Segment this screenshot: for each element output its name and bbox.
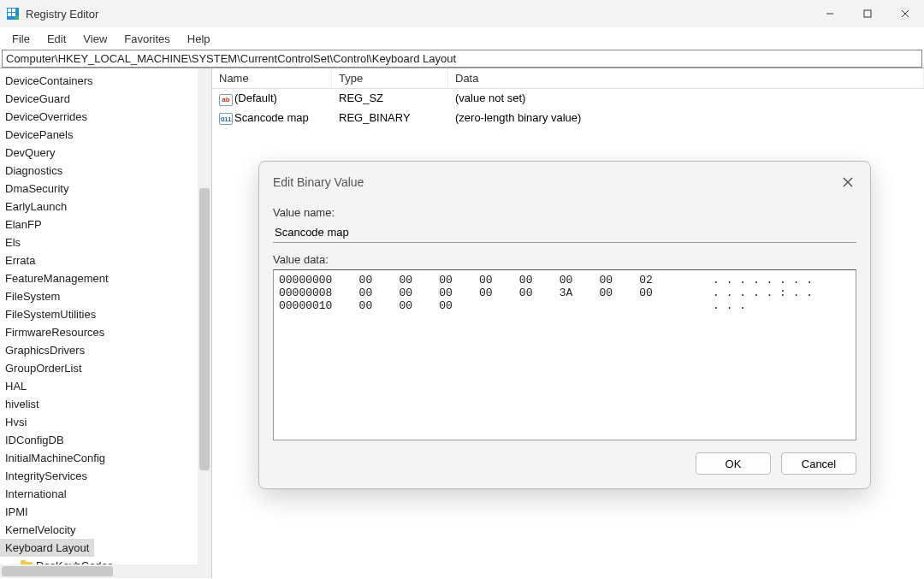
cancel-button[interactable]: Cancel <box>781 452 856 475</box>
tree-item[interactable]: Els <box>0 233 211 251</box>
column-header-type[interactable]: Type <box>332 68 448 88</box>
tree-item[interactable]: DeviceOverrides <box>0 108 211 126</box>
value-row[interactable]: 011Scancode mapREG_BINARY(zero-length bi… <box>212 109 924 128</box>
svg-rect-4 <box>12 13 15 16</box>
value-data: (zero-length binary value) <box>448 110 924 127</box>
menu-edit[interactable]: Edit <box>38 30 74 48</box>
tree-pane: DeviceContainersDeviceGuardDeviceOverrid… <box>0 68 212 578</box>
edit-binary-dialog: Edit Binary Value Value name: Value data… <box>258 161 871 489</box>
dialog-close-button[interactable] <box>839 174 856 191</box>
window-title: Registry Editor <box>26 8 98 21</box>
tree-item[interactable]: EarlyLaunch <box>0 198 211 216</box>
address-bar[interactable]: Computer\HKEY_LOCAL_MACHINE\SYSTEM\Curre… <box>2 50 922 68</box>
value-name: (Default) <box>234 92 277 104</box>
column-header-name[interactable]: Name <box>212 68 332 88</box>
tree-item[interactable]: DevQuery <box>0 144 211 162</box>
value-name-label: Value name: <box>273 206 856 219</box>
tree-item[interactable]: FileSystemUtilities <box>0 305 211 323</box>
tree-item[interactable]: International <box>0 485 211 503</box>
svg-rect-7 <box>864 10 871 17</box>
value-name-field[interactable] <box>273 222 856 243</box>
menu-help[interactable]: Help <box>179 30 219 48</box>
ok-button[interactable]: OK <box>696 452 771 475</box>
value-type: REG_BINARY <box>332 110 448 127</box>
binary-value-icon: 011 <box>219 113 233 125</box>
tree-item[interactable]: Keyboard Layout <box>0 539 94 557</box>
tree-item[interactable]: DmaSecurity <box>0 180 211 198</box>
tree-item[interactable]: Errata <box>0 251 211 269</box>
svg-rect-2 <box>12 9 15 12</box>
value-data: (value not set) <box>448 91 924 107</box>
tree-item[interactable]: InitialMachineConfig <box>0 449 211 467</box>
tree-item[interactable]: DeviceGuard <box>0 90 211 108</box>
column-header-data[interactable]: Data <box>448 68 924 88</box>
svg-rect-1 <box>8 9 11 12</box>
tree-item[interactable]: HAL <box>0 377 211 395</box>
title-bar: Registry Editor <box>0 0 924 27</box>
value-data-label: Value data: <box>273 253 856 266</box>
string-value-icon: ab <box>219 94 233 106</box>
window-minimize-button[interactable] <box>811 0 849 27</box>
tree-item[interactable]: FeatureManagement <box>0 269 211 287</box>
window-maximize-button[interactable] <box>849 0 886 27</box>
tree-item[interactable]: Hvsi <box>0 413 211 431</box>
tree-item[interactable]: IPMI <box>0 503 211 521</box>
tree-item[interactable]: hivelist <box>0 395 211 413</box>
tree-item[interactable]: KernelVelocity <box>0 521 211 539</box>
svg-point-5 <box>15 15 19 20</box>
tree-item[interactable]: FileSystem <box>0 287 211 305</box>
tree-item[interactable]: DeviceContainers <box>0 72 211 90</box>
regedit-app-icon <box>5 6 21 21</box>
menu-view[interactable]: View <box>74 30 116 48</box>
tree-item[interactable]: FirmwareResources <box>0 323 211 341</box>
tree-item[interactable]: Diagnostics <box>0 162 211 180</box>
tree-item[interactable]: GraphicsDrivers <box>0 341 211 359</box>
tree-horizontal-scroll-thumb[interactable] <box>2 566 113 576</box>
window-close-button[interactable] <box>886 0 924 27</box>
tree-item[interactable]: ElanFP <box>0 216 211 233</box>
menu-bar: File Edit View Favorites Help <box>0 27 924 50</box>
tree-horizontal-scrollbar[interactable] <box>0 564 198 578</box>
svg-rect-3 <box>8 13 11 16</box>
hex-editor[interactable]: 00000000 00 00 00 00 00 00 00 02 . . . .… <box>273 269 856 440</box>
tree-item[interactable]: DevicePanels <box>0 126 211 144</box>
tree-vertical-scroll-thumb[interactable] <box>199 188 210 470</box>
tree-item[interactable]: IDConfigDB <box>0 431 211 449</box>
menu-file[interactable]: File <box>3 30 38 48</box>
tree-item[interactable]: GroupOrderList <box>0 359 211 377</box>
tree-item[interactable]: IntegrityServices <box>0 467 211 485</box>
value-type: REG_SZ <box>332 91 448 107</box>
tree-vertical-scrollbar[interactable] <box>198 68 211 578</box>
dialog-title: Edit Binary Value <box>273 175 364 189</box>
menu-favorites[interactable]: Favorites <box>116 30 178 48</box>
value-name: Scancode map <box>234 111 309 124</box>
values-header: Name Type Data <box>212 68 924 89</box>
value-row[interactable]: ab(Default)REG_SZ(value not set) <box>212 89 924 109</box>
